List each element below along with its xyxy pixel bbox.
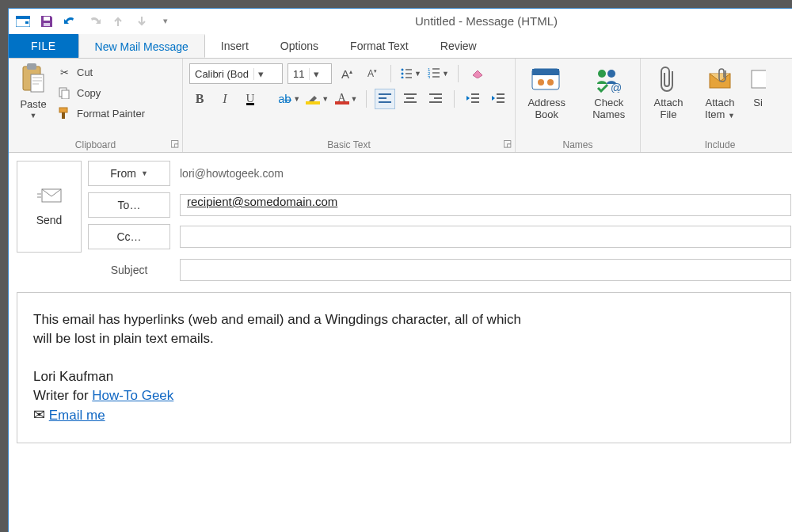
tab-format-text[interactable]: Format Text [334, 34, 425, 58]
svg-rect-10 [59, 108, 67, 112]
svg-rect-7 [31, 74, 44, 92]
numbering-button[interactable]: 123 ▼ [427, 63, 450, 84]
svg-rect-26 [379, 97, 386, 99]
chevron-down-icon: ▾ [253, 68, 268, 80]
address-book-icon [531, 63, 562, 95]
svg-rect-41 [532, 69, 559, 75]
paste-label: Paste [20, 98, 46, 110]
bold-button[interactable]: B [189, 89, 210, 109]
svg-rect-9 [62, 90, 69, 99]
prev-item-icon[interactable] [107, 11, 129, 32]
italic-icon: I [223, 92, 227, 106]
decrease-indent-button[interactable] [463, 89, 483, 109]
cc-row: Cc… [88, 224, 791, 249]
body-line-2: will be lost in plain text emails. [33, 329, 775, 348]
tab-options[interactable]: Options [265, 34, 334, 58]
align-right-button[interactable] [425, 89, 446, 109]
attach-item-label: Attach Item ▼ [705, 97, 735, 122]
align-left-button[interactable] [375, 89, 395, 109]
svg-rect-1 [16, 16, 30, 19]
group-names: Address Book @ Check Names Names [516, 59, 641, 152]
next-item-icon[interactable] [131, 11, 153, 32]
align-right-icon [429, 93, 442, 105]
font-name-combo[interactable]: Calibri (Bod ▾ [189, 63, 283, 84]
send-icon [36, 188, 63, 206]
shrink-font-button[interactable]: A▾ [362, 63, 383, 84]
signature-label: Si [753, 97, 763, 108]
paste-button[interactable]: Paste ▼ [15, 62, 51, 122]
tab-file[interactable]: FILE [9, 34, 78, 58]
svg-rect-15 [406, 73, 412, 74]
svg-rect-34 [471, 93, 479, 95]
redo-icon[interactable] [83, 11, 105, 32]
increase-indent-icon [491, 93, 505, 105]
send-button[interactable]: Send [17, 161, 82, 253]
save-icon[interactable] [36, 11, 58, 32]
check-names-label: Check Names [592, 97, 625, 120]
basic-text-dialog-launcher-icon[interactable]: ◲ [503, 138, 512, 149]
format-painter-button[interactable]: Format Painter [56, 104, 145, 122]
italic-button[interactable]: I [215, 89, 235, 109]
message-body[interactable]: This email has hyperlinks (web and email… [17, 292, 791, 443]
underline-button[interactable]: U [240, 89, 261, 109]
grow-font-button[interactable]: A▴ [337, 63, 357, 84]
bullets-icon [400, 67, 413, 81]
svg-rect-11 [62, 112, 65, 119]
grow-font-icon: A▴ [341, 67, 352, 81]
separator [458, 65, 459, 82]
svg-text:@: @ [611, 82, 622, 93]
cut-label: Cut [77, 66, 93, 78]
email-me-link[interactable]: Email me [49, 408, 105, 423]
clipboard-dialog-launcher-icon[interactable]: ◲ [170, 138, 179, 149]
font-color-button[interactable]: A ▼ [334, 89, 358, 109]
subject-field[interactable] [180, 259, 791, 281]
tab-insert[interactable]: Insert [205, 34, 265, 58]
group-include: Attach File Attach Item ▼ Si Include [641, 59, 792, 152]
align-center-button[interactable] [400, 89, 421, 109]
to-field[interactable]: recipient@somedomain.com [180, 194, 791, 216]
svg-rect-23 [432, 76, 440, 78]
font-size-combo[interactable]: 11 ▾ [287, 63, 332, 84]
svg-point-44 [598, 70, 606, 78]
attach-item-icon [706, 63, 733, 95]
group-label-clipboard: Clipboard [15, 138, 176, 150]
shrink-font-icon: A▾ [367, 68, 377, 79]
from-value[interactable]: lori@howtogeek.com [180, 167, 791, 180]
cut-button[interactable]: ✂ Cut [56, 63, 145, 81]
strikethrough-button[interactable]: ab̶▼ [278, 89, 301, 109]
signature-button[interactable]: Si [750, 63, 766, 122]
address-book-button[interactable]: Address Book [522, 63, 572, 120]
svg-rect-17 [406, 77, 412, 78]
attach-file-button[interactable]: Attach File [647, 63, 690, 122]
check-names-icon: @ [593, 63, 625, 95]
scissors-icon: ✂ [56, 66, 72, 78]
check-names-button[interactable]: @ Check Names [584, 63, 634, 120]
tab-review[interactable]: Review [425, 34, 493, 58]
undo-icon[interactable] [59, 11, 82, 32]
highlight-button[interactable]: ▼ [306, 89, 329, 109]
from-button[interactable]: From ▼ [88, 161, 170, 186]
bold-icon: B [196, 92, 204, 106]
from-label: From [110, 167, 136, 180]
howto-geek-link[interactable]: How-To Geek [92, 388, 173, 403]
clear-formatting-button[interactable] [466, 63, 487, 84]
signature-email-line: ✉ Email me [33, 405, 775, 425]
svg-rect-31 [429, 93, 442, 95]
font-size-value: 11 [288, 68, 309, 80]
cc-field[interactable] [180, 226, 791, 248]
ribbon: Paste ▼ ✂ Cut Copy [9, 58, 792, 153]
attach-item-button[interactable]: Attach Item ▼ [698, 63, 742, 122]
bullets-button[interactable]: ▼ [399, 63, 422, 84]
to-button[interactable]: To… [88, 192, 170, 218]
copy-button[interactable]: Copy [56, 84, 145, 101]
svg-rect-33 [429, 101, 442, 103]
window-icon[interactable] [12, 11, 34, 32]
signature-name: Lori Kaufman [33, 367, 775, 386]
decrease-indent-icon [466, 93, 480, 105]
svg-marker-24 [473, 70, 482, 78]
qat-customize-icon[interactable]: ▾ [154, 11, 177, 32]
cc-button[interactable]: Cc… [88, 224, 170, 249]
svg-rect-30 [404, 101, 417, 103]
tab-new-mail-message[interactable]: New Mail Message [78, 34, 205, 58]
increase-indent-button[interactable] [488, 89, 508, 109]
